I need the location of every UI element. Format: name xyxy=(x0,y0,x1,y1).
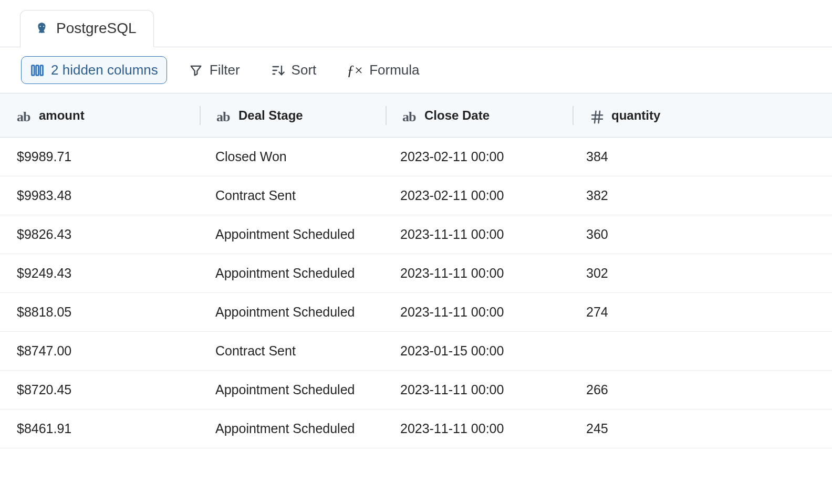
column-header-close-date[interactable]: ab Close Date xyxy=(387,108,573,123)
svg-line-10 xyxy=(599,111,600,123)
hidden-columns-label: 2 hidden columns xyxy=(51,62,158,78)
toolbar: 2 hidden columns Filter Sort ƒ× Formula xyxy=(0,47,832,93)
sort-button[interactable]: Sort xyxy=(262,56,326,84)
cell-quantity: 360 xyxy=(570,227,817,242)
svg-rect-1 xyxy=(36,65,39,75)
cell-close-date: 2023-11-11 00:00 xyxy=(384,382,570,397)
columns-icon xyxy=(30,63,45,78)
cell-deal-stage: Appointment Scheduled xyxy=(200,266,384,281)
cell-amount: $9249.43 xyxy=(15,266,200,281)
cell-quantity: 266 xyxy=(570,382,817,397)
svg-rect-2 xyxy=(40,65,43,75)
table-row[interactable]: $9249.43 Appointment Scheduled 2023-11-1… xyxy=(0,254,832,293)
cell-close-date: 2023-11-11 00:00 xyxy=(384,421,570,436)
column-label: quantity xyxy=(611,108,660,123)
hidden-columns-button[interactable]: 2 hidden columns xyxy=(21,56,167,84)
table-row[interactable]: $9983.48 Contract Sent 2023-02-11 00:00 … xyxy=(0,176,832,215)
cell-close-date: 2023-11-11 00:00 xyxy=(384,227,570,242)
sort-label: Sort xyxy=(292,62,317,78)
cell-deal-stage: Contract Sent xyxy=(200,188,384,203)
cell-amount: $8747.00 xyxy=(15,343,200,359)
cell-quantity: 384 xyxy=(570,149,817,164)
cell-close-date: 2023-02-11 00:00 xyxy=(384,188,570,203)
formula-button[interactable]: ƒ× Formula xyxy=(338,56,428,85)
cell-close-date: 2023-11-11 00:00 xyxy=(384,266,570,281)
cell-deal-stage: Appointment Scheduled xyxy=(200,227,384,242)
tab-bar: PostgreSQL xyxy=(0,0,832,47)
column-header-amount[interactable]: ab amount xyxy=(15,108,200,123)
cell-close-date: 2023-02-11 00:00 xyxy=(384,149,570,164)
text-type-icon: ab xyxy=(402,109,418,122)
table-header: ab amount ab Deal Stage ab Close Date qu… xyxy=(0,93,832,138)
cell-deal-stage: Closed Won xyxy=(200,149,384,164)
cell-amount: $8818.05 xyxy=(15,304,200,320)
table-row[interactable]: $9989.71 Closed Won 2023-02-11 00:00 384 xyxy=(0,138,832,176)
text-type-icon: ab xyxy=(216,109,232,122)
formula-label: Formula xyxy=(369,62,419,78)
cell-amount: $9983.48 xyxy=(15,188,200,203)
cell-quantity: 245 xyxy=(570,421,817,436)
filter-icon xyxy=(189,63,203,78)
svg-line-9 xyxy=(595,111,596,123)
svg-rect-0 xyxy=(32,65,35,75)
cell-amount: $9989.71 xyxy=(15,149,200,164)
table-body: $9989.71 Closed Won 2023-02-11 00:00 384… xyxy=(0,138,832,448)
column-header-quantity[interactable]: quantity xyxy=(574,108,817,123)
cell-close-date: 2023-01-15 00:00 xyxy=(384,343,570,359)
tab-postgresql[interactable]: PostgreSQL xyxy=(20,10,154,47)
table-row[interactable]: $8720.45 Appointment Scheduled 2023-11-1… xyxy=(0,371,832,410)
cell-quantity: 302 xyxy=(570,266,817,281)
cell-quantity: 274 xyxy=(570,304,817,320)
formula-icon: ƒ× xyxy=(347,62,363,79)
text-type-icon: ab xyxy=(17,109,33,122)
table-row[interactable]: $8747.00 Contract Sent 2023-01-15 00:00 xyxy=(0,332,832,371)
column-label: amount xyxy=(39,108,85,123)
cell-deal-stage: Contract Sent xyxy=(200,343,384,359)
cell-deal-stage: Appointment Scheduled xyxy=(200,304,384,320)
cell-quantity: 382 xyxy=(570,188,817,203)
filter-button[interactable]: Filter xyxy=(180,56,249,84)
column-header-deal-stage[interactable]: ab Deal Stage xyxy=(201,108,386,123)
filter-label: Filter xyxy=(210,62,240,78)
column-label: Deal Stage xyxy=(238,108,303,123)
cell-amount: $8461.91 xyxy=(15,421,200,436)
number-type-icon xyxy=(589,109,605,122)
postgresql-icon xyxy=(35,22,49,35)
cell-amount: $8720.45 xyxy=(15,382,200,397)
table-row[interactable]: $8461.91 Appointment Scheduled 2023-11-1… xyxy=(0,410,832,448)
column-label: Close Date xyxy=(424,108,490,123)
cell-close-date: 2023-11-11 00:00 xyxy=(384,304,570,320)
cell-deal-stage: Appointment Scheduled xyxy=(200,421,384,436)
sort-icon xyxy=(271,63,285,78)
table-row[interactable]: $9826.43 Appointment Scheduled 2023-11-1… xyxy=(0,215,832,254)
cell-amount: $9826.43 xyxy=(15,227,200,242)
cell-deal-stage: Appointment Scheduled xyxy=(200,382,384,397)
table-row[interactable]: $8818.05 Appointment Scheduled 2023-11-1… xyxy=(0,293,832,332)
tab-label: PostgreSQL xyxy=(56,20,137,37)
